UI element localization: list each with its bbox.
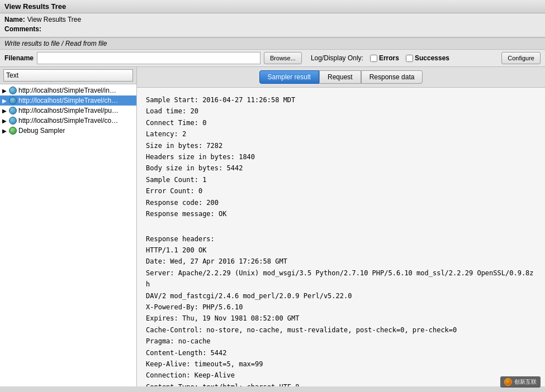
result-line: Error Count: 0 [146,185,536,197]
name-label: Name: [4,16,25,23]
successes-checkbox[interactable] [406,55,413,62]
result-line: Pragma: no-cache [146,336,536,347]
watermark-icon [504,378,512,386]
tree-item[interactable]: ▶http://localhost/SimpleTravel/co… [0,116,136,126]
meta-area: Name: View Results Tree Comments: [0,13,545,37]
globe-icon [9,117,17,125]
result-line: Server: Apache/2.2.29 (Unix) mod_wsgi/3.… [146,267,536,290]
result-line: Content-Length: 5442 [146,347,536,358]
result-line: Sample Start: 2016-04-27 11:26:58 MDT [146,94,536,106]
watermark: 创新互联 [500,376,541,388]
result-line: Expires: Thu, 19 Nov 1981 08:52:00 GMT [146,313,536,324]
result-line: Date: Wed, 27 Apr 2016 17:26:58 GMT [146,256,536,267]
result-line: DAV/2 mod_fastcgi/2.4.6 mod_perl/2.0.9 P… [146,290,536,302]
tree-item[interactable]: ▶http://localhost/SimpleTravel/ch… [0,95,136,106]
tree-item[interactable]: ▶http://localhost/SimpleTravel/in… [0,85,136,95]
result-line: Response message: OK [146,208,536,219]
successes-checkbox-label[interactable]: Successes [406,54,449,62]
tree-item[interactable]: ▶http://localhost/SimpleTravel/pu… [0,106,136,116]
browse-button[interactable]: Browse... [264,52,302,64]
tree-item-label: http://localhost/SimpleTravel/ch… [18,97,118,104]
tree-item-label: http://localhost/SimpleTravel/pu… [18,107,119,114]
globe-icon [9,107,17,114]
result-line: HTTP/1.1 200 OK [146,245,536,256]
expand-arrow-icon: ▶ [2,88,9,94]
tab-response-data[interactable]: Response data [361,70,423,84]
successes-label: Successes [415,54,449,62]
result-line: Keep-Alive: timeout=5, max=99 [146,358,536,370]
result-line: Sample Count: 1 [146,174,536,185]
comments-label: Comments: [4,25,41,33]
result-line: Latency: 2 [146,128,536,140]
tree-item[interactable]: ▶Debug Sampler [0,126,136,136]
configure-button[interactable]: Configure [501,52,541,64]
title-bar: View Results Tree [0,0,545,13]
tab-sampler-result[interactable]: Sampler result [259,70,319,84]
tabs-bar: Sampler resultRequestResponse data [137,67,545,88]
log-display-label: Log/Display Only: [311,54,363,62]
expand-arrow-icon: ▶ [2,98,9,104]
filename-input[interactable] [37,52,260,64]
result-line: X-Powered-By: PHP/5.6.10 [146,302,536,313]
comments-row: Comments: [4,25,541,33]
result-line: Headers size in bytes: 1840 [146,151,536,162]
watermark-text: 创新互联 [514,378,537,386]
result-line: Body size in bytes: 5442 [146,162,536,174]
write-results-bar: Write results to file / Read from file [0,37,545,50]
tree-selector[interactable]: Text [0,67,136,84]
left-panel: Text ▶http://localhost/SimpleTravel/in…▶… [0,67,137,386]
name-row: Name: View Results Tree [4,16,541,23]
debug-icon [9,127,17,135]
expand-arrow-icon: ▶ [2,108,9,114]
result-line: Connect Time: 0 [146,117,536,128]
globe-icon [9,87,17,94]
tree-item-label: Debug Sampler [18,127,65,135]
filename-label: Filename [4,54,34,62]
right-panel: Sampler resultRequestResponse data Sampl… [137,67,545,386]
result-line: Content-Type: text/html; charset=UTF-8 [146,381,536,386]
main-content: Text ▶http://localhost/SimpleTravel/in…▶… [0,67,545,386]
write-results-text: Write results to file / Read from file [4,40,107,47]
result-content: Sample Start: 2016-04-27 11:26:58 MDTLoa… [137,88,545,386]
title-label: View Results Tree [4,2,66,11]
result-line: Size in bytes: 7282 [146,140,536,151]
globe-icon [9,97,17,104]
name-value: View Results Tree [27,16,82,23]
tab-request[interactable]: Request [319,70,361,84]
expand-arrow-icon: ▶ [2,128,9,134]
tree-type-select[interactable]: Text [3,69,133,82]
tree-items: ▶http://localhost/SimpleTravel/in…▶http:… [0,84,136,386]
tree-item-label: http://localhost/SimpleTravel/co… [18,117,118,125]
result-line: Response headers: [146,233,536,245]
result-line: Load time: 20 [146,106,536,117]
expand-arrow-icon: ▶ [2,118,9,124]
errors-checkbox[interactable] [370,55,377,62]
result-line: Response code: 200 [146,197,536,208]
result-line: Cache-Control: no-store, no-cache, must-… [146,324,536,336]
result-line: Connection: Keep-Alive [146,370,536,381]
result-line [146,222,536,233]
filename-row: Filename Browse... Log/Display Only: Err… [0,50,545,67]
errors-label: Errors [379,54,399,62]
errors-checkbox-label[interactable]: Errors [370,54,399,62]
tree-item-label: http://localhost/SimpleTravel/in… [18,87,116,94]
